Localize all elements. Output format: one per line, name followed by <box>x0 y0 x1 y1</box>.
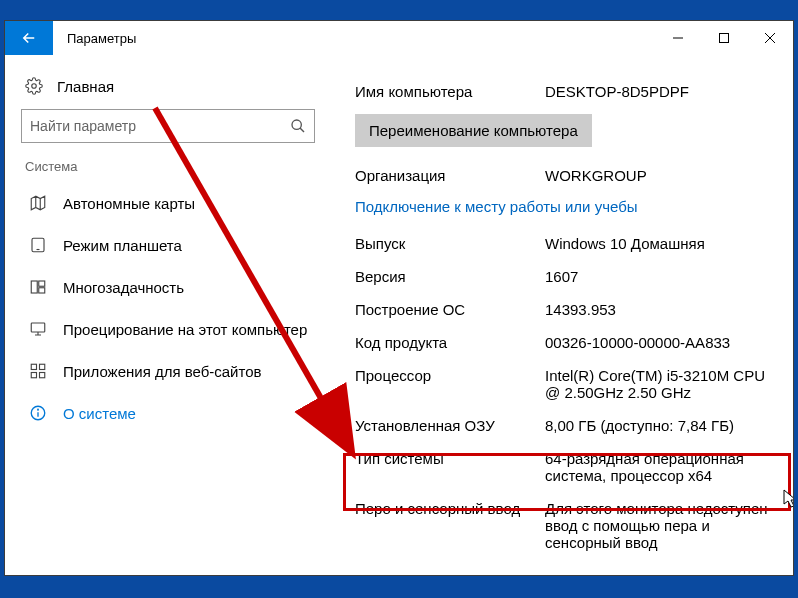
svg-rect-14 <box>40 364 45 369</box>
sidebar-item-tablet-mode[interactable]: Режим планшета <box>21 224 321 266</box>
content-area: Главная Найти параметр Система Автономны… <box>5 55 793 575</box>
org-label: Организация <box>355 167 545 184</box>
svg-rect-10 <box>39 281 45 286</box>
sidebar-item-about[interactable]: О системе <box>21 392 321 434</box>
row-pen-touch: Перо и сенсорный ввод Для этого монитора… <box>355 494 773 561</box>
svg-line-6 <box>300 128 304 132</box>
computer-name-label: Имя компьютера <box>355 83 545 100</box>
map-icon <box>29 194 47 212</box>
cpu-label: Процессор <box>355 367 545 401</box>
version-value: 1607 <box>545 268 773 285</box>
pen-label: Перо и сенсорный ввод <box>355 500 545 551</box>
row-product-id: Код продукта 00326-10000-00000-AA833 <box>355 328 773 361</box>
section-label: Система <box>21 159 321 182</box>
row-build: Построение ОС 14393.953 <box>355 295 773 328</box>
sidebar-item-label: Многозадачность <box>63 279 184 296</box>
edition-value: Windows 10 Домашняя <box>545 235 773 252</box>
row-system-type: Тип системы 64-разрядная операционная си… <box>355 444 773 494</box>
search-icon <box>290 118 306 134</box>
sidebar-item-offline-maps[interactable]: Автономные карты <box>21 182 321 224</box>
minimize-button[interactable] <box>655 21 701 55</box>
tablet-icon <box>29 236 47 254</box>
cpu-value: Intel(R) Core(TM) i5-3210M CPU @ 2.50GHz… <box>545 367 773 401</box>
org-value: WORKGROUP <box>545 167 773 184</box>
ram-value: 8,00 ГБ (доступно: 7,84 ГБ) <box>545 417 773 434</box>
search-input[interactable]: Найти параметр <box>21 109 315 143</box>
svg-point-5 <box>292 120 301 129</box>
sidebar-item-label: Приложения для веб-сайтов <box>63 363 262 380</box>
titlebar: Параметры <box>5 21 793 55</box>
row-computer-name: Имя компьютера DESKTOP-8D5PDPF <box>355 77 773 110</box>
computer-name-value: DESKTOP-8D5PDPF <box>545 83 773 100</box>
project-icon <box>29 320 47 338</box>
sidebar-item-multitasking[interactable]: Многозадачность <box>21 266 321 308</box>
sidebar: Главная Найти параметр Система Автономны… <box>5 55 325 575</box>
row-edition: Выпуск Windows 10 Домашняя <box>355 229 773 262</box>
gear-icon <box>25 77 43 95</box>
connect-work-link[interactable]: Подключение к месту работы или учебы <box>355 194 773 229</box>
svg-rect-11 <box>39 288 45 293</box>
sidebar-item-apps-websites[interactable]: Приложения для веб-сайтов <box>21 350 321 392</box>
svg-rect-13 <box>31 364 36 369</box>
product-label: Код продукта <box>355 334 545 351</box>
build-value: 14393.953 <box>545 301 773 318</box>
settings-window: Параметры Главная Найти параметр <box>4 20 794 576</box>
svg-rect-1 <box>720 34 729 43</box>
svg-rect-15 <box>31 373 36 378</box>
edition-label: Выпуск <box>355 235 545 252</box>
systype-label: Тип системы <box>355 450 545 484</box>
ram-label: Установленная ОЗУ <box>355 417 545 434</box>
sidebar-item-label: Проецирование на этот компьютер <box>63 321 307 338</box>
sidebar-item-projecting[interactable]: Проецирование на этот компьютер <box>21 308 321 350</box>
systype-value: 64-разрядная операционная система, проце… <box>545 450 773 484</box>
maximize-button[interactable] <box>701 21 747 55</box>
row-ram: Установленная ОЗУ 8,00 ГБ (доступно: 7,8… <box>355 411 773 444</box>
row-processor: Процессор Intel(R) Core(TM) i5-3210M CPU… <box>355 361 773 411</box>
svg-point-19 <box>38 409 39 410</box>
sidebar-item-label: Автономные карты <box>63 195 195 212</box>
mouse-cursor-icon <box>783 489 793 509</box>
search-placeholder: Найти параметр <box>30 118 290 134</box>
window-title: Параметры <box>53 21 655 55</box>
home-nav[interactable]: Главная <box>21 69 321 109</box>
close-button[interactable] <box>747 21 793 55</box>
version-label: Версия <box>355 268 545 285</box>
sidebar-item-label: О системе <box>63 405 136 422</box>
back-button[interactable] <box>5 21 53 55</box>
multitask-icon <box>29 278 47 296</box>
svg-rect-16 <box>40 373 45 378</box>
product-value: 00326-10000-00000-AA833 <box>545 334 773 351</box>
pen-value: Для этого монитора недоступен ввод с пом… <box>545 500 773 551</box>
apps-icon <box>29 362 47 380</box>
svg-rect-12 <box>31 323 45 332</box>
svg-rect-9 <box>31 281 37 293</box>
sidebar-item-label: Режим планшета <box>63 237 182 254</box>
row-organization: Организация WORKGROUP <box>355 161 773 194</box>
row-version: Версия 1607 <box>355 262 773 295</box>
build-label: Построение ОС <box>355 301 545 318</box>
main-panel: Имя компьютера DESKTOP-8D5PDPF Переимено… <box>325 55 793 575</box>
svg-point-4 <box>32 84 37 89</box>
rename-computer-button[interactable]: Переименование компьютера <box>355 114 592 147</box>
home-label: Главная <box>57 78 114 95</box>
info-icon <box>29 404 47 422</box>
window-controls <box>655 21 793 55</box>
